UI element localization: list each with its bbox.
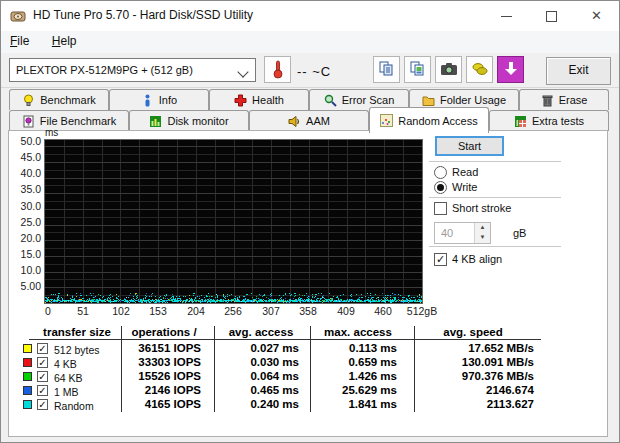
avg-speed-cell: 970.376 MB/s [462,370,534,382]
tab-benchmark[interactable]: Benchmark [9,89,109,110]
temperature-value: -- ~C [297,64,331,79]
y-tick: 20.0 [7,232,41,244]
drive-selector[interactable]: PLEXTOR PX-512M9PG + (512 gB) [9,58,256,82]
x-tick: 409 [337,305,355,317]
close-button[interactable]: ✕ [574,1,619,31]
tab-label: Info [159,94,177,106]
y-tick: 15.0 [7,248,41,260]
row-label: 512 bytes [54,344,100,356]
disk-monitor-chart-icon [149,115,162,128]
drive-selector-value: PLEXTOR PX-512M9PG + (512 gB) [16,64,193,76]
y-tick: 30.0 [7,200,41,212]
screenshot-button[interactable] [435,56,462,83]
avg-access-cell: 0.240 ms [250,398,299,410]
avg-access-cell: 0.027 ms [250,342,299,354]
table-divider [310,326,311,412]
short-stroke-label[interactable]: Short stroke [452,202,511,214]
tab-label: File Benchmark [40,115,116,127]
start-button[interactable]: Start [435,136,504,156]
read-radio-label[interactable]: Read [452,166,478,178]
tab-file-benchmark[interactable]: File Benchmark [9,110,129,131]
tab-aam[interactable]: AAM [249,110,369,131]
tab-extra-tests[interactable]: Extra tests [489,110,609,131]
x-tick: 0 [45,305,51,317]
x-tick: 307 [262,305,280,317]
benchmark-bulb-icon [22,94,35,107]
menu-file[interactable]: File [1,31,38,51]
thermometer-icon [273,59,283,79]
menu-help[interactable]: Help [43,31,86,51]
hd-tune-window: HD Tune Pro 5.70 - Hard Disk/SSD Utility… [0,0,620,443]
max-access-cell: 1.841 ms [348,398,397,410]
copy-image-button[interactable] [404,56,431,83]
write-radio[interactable] [434,181,447,194]
read-radio[interactable] [434,166,447,179]
series-checkbox[interactable] [37,357,48,368]
col-avg-speed: avg. speed [443,326,502,338]
y-tick: 10.0 [7,264,41,276]
operations-cell: 33303 IOPS [138,356,201,368]
copy-text-icon [378,60,395,77]
magnifier-icon [324,94,337,107]
stroke-unit-label: gB [513,227,526,239]
menubar: File Help [1,31,619,53]
separator [429,246,561,247]
spin-down-icon[interactable]: ▼ [475,233,490,243]
short-stroke-checkbox[interactable] [434,202,447,215]
temperature-button[interactable] [264,56,291,83]
camera-icon [440,62,458,76]
extra-tests-chart-icon [514,115,527,128]
x-tick: 204 [187,305,205,317]
series-checkbox[interactable] [37,371,48,382]
tab-info[interactable]: Info [109,89,209,110]
exit-button[interactable]: Exit [546,57,611,85]
series-checkbox[interactable] [37,399,48,410]
maximize-button[interactable] [529,1,574,31]
spinner-buttons: ▲ ▼ [474,223,490,243]
copy-text-button[interactable] [373,56,400,83]
short-stroke-size-input[interactable]: 40 ▲ ▼ [434,222,491,244]
series-checkbox[interactable] [37,385,48,396]
save-results-button[interactable] [497,56,524,83]
tab-erase[interactable]: Erase [519,89,609,110]
file-benchmark-icon [22,115,35,128]
y-tick: 50.0 [7,135,41,147]
tab-label: Folder Usage [440,94,506,106]
x-tick: 256 [224,305,242,317]
tab-label: Extra tests [532,115,584,127]
row-label: Random [54,400,94,412]
chevron-down-icon [237,66,248,77]
series-checkbox[interactable] [37,343,48,354]
coins-icon [471,61,489,77]
buy-button[interactable] [466,56,493,83]
col-max-access: max. access [324,326,392,338]
x-tick: 460 [374,305,392,317]
y-tick: 25.0 [7,216,41,228]
align-checkbox[interactable] [434,253,447,266]
y-tick: 5.00 [7,280,41,292]
table-divider [214,326,215,412]
row-label: 64 KB [54,372,83,384]
minimize-icon [501,16,512,17]
x-tick: 358 [299,305,317,317]
tab-label: Random Access [398,115,477,127]
y-tick: 35.0 [7,183,41,195]
tab-disk-monitor[interactable]: Disk monitor [129,110,249,131]
tab-health[interactable]: Health [209,89,309,110]
operations-cell: 4165 IOPS [145,398,201,410]
row-label: 1 MB [54,386,79,398]
minimize-button[interactable] [484,1,529,31]
write-radio-label[interactable]: Write [452,181,477,193]
x-tick: 153 [149,305,167,317]
y-tick: 40.0 [7,167,41,179]
col-transfer-size: transfer size [43,326,111,338]
tab-random-access[interactable]: Random Access [369,107,489,133]
align-checkbox-label[interactable]: 4 KB align [452,253,502,265]
titlebar: HD Tune Pro 5.70 - Hard Disk/SSD Utility… [1,1,619,32]
tab-label: Health [252,94,284,106]
y-axis-unit-label: ms [45,127,58,138]
random-access-chart [44,139,423,304]
series-swatch [23,344,32,353]
avg-speed-cell: 2113.627 [487,398,534,410]
info-icon [141,94,154,107]
